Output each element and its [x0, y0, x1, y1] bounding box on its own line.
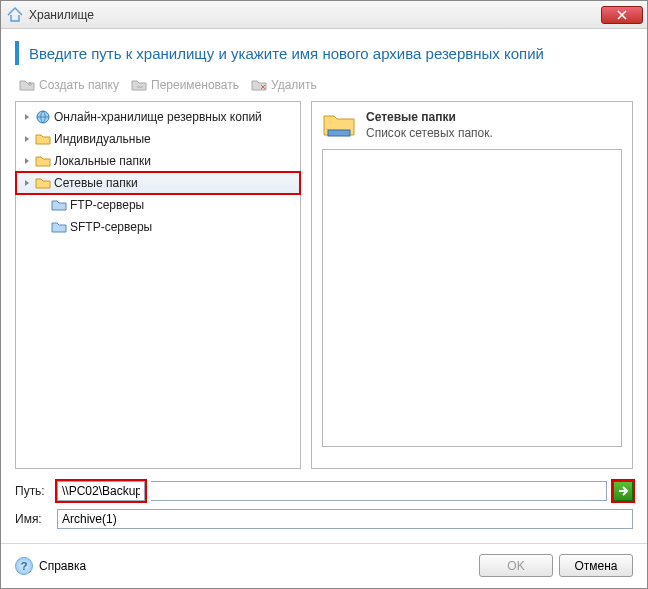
details-panel: Сетевые папки Список сетевых папок.: [311, 101, 633, 469]
name-label: Имя:: [15, 512, 51, 526]
svg-rect-1: [328, 130, 350, 136]
cancel-button[interactable]: Отмена: [559, 554, 633, 577]
delete-label: Удалить: [271, 78, 317, 92]
expand-arrow-icon[interactable]: [22, 178, 32, 188]
folder-plus-icon: [19, 77, 35, 93]
folder-gold-icon: [35, 175, 51, 191]
details-title: Сетевые папки: [366, 110, 493, 124]
rename-button[interactable]: Переименовать: [127, 75, 243, 95]
tree-item[interactable]: Локальные папки: [16, 150, 300, 172]
folder-blue-icon: [51, 219, 67, 235]
footer: ? Справка OK Отмена: [1, 543, 647, 587]
tree-item[interactable]: SFTP-серверы: [16, 216, 300, 238]
tree-item[interactable]: Онлайн-хранилище резервных копий: [16, 106, 300, 128]
folder-gold-icon: [35, 153, 51, 169]
path-label: Путь:: [15, 484, 51, 498]
create-folder-label: Создать папку: [39, 78, 119, 92]
expand-arrow-icon[interactable]: [22, 156, 32, 166]
close-icon: [617, 10, 627, 20]
arrow-right-icon: [617, 485, 629, 497]
name-input[interactable]: [57, 509, 633, 529]
window-title: Хранилище: [29, 8, 601, 22]
delete-icon: [251, 77, 267, 93]
go-button[interactable]: [613, 481, 633, 501]
fields-area: Путь: Имя:: [1, 469, 647, 543]
instruction-header: Введите путь к хранилищу и укажите имя н…: [15, 41, 633, 65]
network-folder-large-icon: [322, 110, 356, 143]
tree-item-label: SFTP-серверы: [70, 220, 152, 234]
details-subtitle: Список сетевых папок.: [366, 126, 493, 140]
help-label[interactable]: Справка: [39, 559, 86, 573]
network-folders-list[interactable]: [322, 149, 622, 447]
tree-item[interactable]: Индивидуальные: [16, 128, 300, 150]
rename-label: Переименовать: [151, 78, 239, 92]
close-button[interactable]: [601, 6, 643, 24]
expand-arrow-icon[interactable]: [22, 112, 32, 122]
tree-item[interactable]: FTP-серверы: [16, 194, 300, 216]
folder-blue-icon: [51, 197, 67, 213]
path-input[interactable]: [57, 481, 145, 501]
storage-tree: Онлайн-хранилище резервных копийИндивиду…: [15, 101, 301, 469]
main-area: Онлайн-хранилище резервных копийИндивиду…: [1, 101, 647, 469]
folder-gold-icon: [35, 131, 51, 147]
titlebar: Хранилище: [1, 1, 647, 29]
app-icon: [7, 7, 23, 23]
rename-icon: [131, 77, 147, 93]
create-folder-button[interactable]: Создать папку: [15, 75, 123, 95]
ok-button[interactable]: OK: [479, 554, 553, 577]
tree-item-label: Онлайн-хранилище резервных копий: [54, 110, 262, 124]
path-input-extension[interactable]: [151, 481, 607, 501]
tree-item-label: Локальные папки: [54, 154, 151, 168]
delete-button[interactable]: Удалить: [247, 75, 321, 95]
expand-arrow-icon[interactable]: [22, 134, 32, 144]
tree-item[interactable]: Сетевые папки: [16, 172, 300, 194]
tree-item-label: FTP-серверы: [70, 198, 144, 212]
help-icon[interactable]: ?: [15, 557, 33, 575]
globe-icon: [35, 109, 51, 125]
tree-item-label: Индивидуальные: [54, 132, 151, 146]
toolbar: Создать папку Переименовать Удалить: [1, 75, 647, 101]
tree-item-label: Сетевые папки: [54, 176, 138, 190]
